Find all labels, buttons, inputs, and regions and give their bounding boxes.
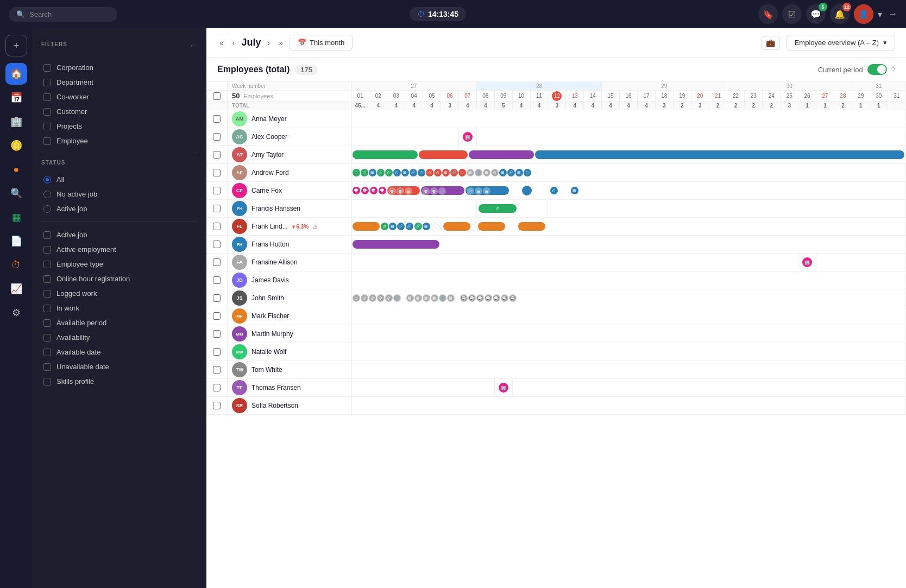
customer-checkbox[interactable] <box>43 108 51 116</box>
logged-work-checkbox[interactable] <box>43 290 51 298</box>
filter-corporation[interactable]: Corporation <box>41 60 198 75</box>
row-checkbox[interactable] <box>213 169 221 176</box>
table-icon-btn[interactable]: ▦ <box>5 206 27 228</box>
filter-customer[interactable]: Customer <box>41 104 198 119</box>
coworker-checkbox[interactable] <box>43 93 51 101</box>
calendar-topbar: « ‹ July › » 📅 This month 💼 Employee <box>206 28 906 58</box>
search-people-icon-btn[interactable]: 🔍 <box>5 182 27 204</box>
corporation-checkbox[interactable] <box>43 64 51 72</box>
row-checkbox[interactable] <box>213 348 221 356</box>
briefcase-icon-btn[interactable]: 💼 <box>761 36 780 50</box>
row-checkbox[interactable] <box>213 205 221 212</box>
employee-checkbox[interactable] <box>43 137 51 145</box>
help-icon[interactable]: ? <box>891 66 895 74</box>
employee-type-checkbox[interactable] <box>43 261 51 268</box>
avatar: MF <box>232 308 247 324</box>
add-button[interactable]: + <box>5 35 27 56</box>
row-checkbox[interactable] <box>213 402 221 409</box>
filter-employee-type[interactable]: Employee type <box>41 257 198 271</box>
filter-department[interactable]: Department <box>41 75 198 90</box>
prev-button[interactable]: ‹ <box>230 36 237 49</box>
purple-bar <box>353 240 439 249</box>
filter-available-date[interactable]: Available date <box>41 345 198 359</box>
filter-availability[interactable]: Availability <box>41 330 198 345</box>
availability-checkbox[interactable] <box>43 334 51 342</box>
chevron-down-icon[interactable]: ▾ <box>878 9 882 20</box>
filter-unavailable-date[interactable]: Unavailable date <box>41 359 198 374</box>
row-checkbox[interactable] <box>213 223 221 230</box>
view-selector[interactable]: Employee overview (A – Z) ▾ <box>787 35 895 50</box>
skills-profile-checkbox[interactable] <box>43 378 51 385</box>
row-checkbox[interactable] <box>213 384 221 391</box>
arrow-right-icon[interactable]: → <box>889 9 897 19</box>
department-checkbox[interactable] <box>43 79 51 86</box>
filter-employee[interactable]: Employee <box>41 134 198 148</box>
this-month-button[interactable]: 📅 This month <box>290 35 353 50</box>
available-date-checkbox[interactable] <box>43 349 51 356</box>
row-checkbox[interactable] <box>213 294 221 302</box>
status-all-radio[interactable] <box>43 176 51 184</box>
filter-active-job[interactable]: Active job <box>41 227 198 242</box>
status-active-job-radio[interactable] <box>43 205 51 213</box>
bookmark-button[interactable]: 🔖 <box>758 4 778 24</box>
mini-icon: 🔗 <box>406 223 413 230</box>
next-next-button[interactable]: » <box>276 36 285 49</box>
filter-coworker[interactable]: Co-worker <box>41 90 198 104</box>
filter-available-period[interactable]: Available period <box>41 315 198 330</box>
filter-in-work[interactable]: In work <box>41 301 198 315</box>
timer-icon-btn[interactable]: ⏱ <box>5 254 27 276</box>
filter-online-hour[interactable]: Online hour registration <box>41 271 198 286</box>
active-job-checkbox[interactable] <box>43 231 51 239</box>
chart-icon-btn[interactable]: 📈 <box>5 278 27 300</box>
building-icon-btn[interactable]: 🏢 <box>5 111 27 132</box>
chat-button[interactable]: 💬 5 <box>806 4 826 24</box>
row-checkbox[interactable] <box>213 151 221 159</box>
row-checkbox[interactable] <box>213 366 221 374</box>
home-icon-btn[interactable]: 🏠 <box>5 63 27 85</box>
unavailable-date-checkbox[interactable] <box>43 363 51 371</box>
calendar-icon-btn[interactable]: 📅 <box>5 87 27 109</box>
filter-projects[interactable]: Projects <box>41 119 198 134</box>
week-28: 28 <box>476 82 601 91</box>
blue-bar <box>535 150 904 159</box>
search-bar[interactable]: 🔍 Search <box>9 7 117 22</box>
filter-active-employment[interactable]: Active employment <box>41 242 198 257</box>
status-no-active-job[interactable]: No active job <box>41 187 198 201</box>
status-all[interactable]: All <box>41 172 198 187</box>
orange-icon-btn[interactable]: ● <box>5 159 27 180</box>
total-d27: 1 <box>816 102 834 110</box>
avatar: FH <box>232 237 247 252</box>
current-period-toggle[interactable] <box>867 64 887 75</box>
employee-name: Thomas Fransen <box>251 384 301 391</box>
next-button[interactable]: › <box>266 36 273 49</box>
row-checkbox[interactable] <box>213 258 221 266</box>
status-active-job[interactable]: Active job <box>41 201 198 216</box>
empty <box>351 397 905 415</box>
filter-logged-work[interactable]: Logged work <box>41 286 198 301</box>
row-checkbox[interactable] <box>213 241 221 248</box>
row-checkbox[interactable] <box>213 312 221 320</box>
projects-checkbox[interactable] <box>43 123 51 130</box>
online-hour-checkbox[interactable] <box>43 275 51 283</box>
available-period-checkbox[interactable] <box>43 319 51 327</box>
mini-icon: ▦ <box>414 294 422 302</box>
user-avatar[interactable]: 👤 <box>854 4 873 24</box>
notification-button[interactable]: 🔔 12 <box>830 4 850 24</box>
in-work-checkbox[interactable] <box>43 305 51 312</box>
prev-prev-button[interactable]: « <box>217 36 226 49</box>
row-checkbox[interactable] <box>213 187 221 194</box>
doc-icon-btn[interactable]: 📄 <box>5 230 27 252</box>
select-all-checkbox-header[interactable] <box>207 91 228 102</box>
row-checkbox[interactable] <box>213 115 221 123</box>
filter-skills-profile[interactable]: Skills profile <box>41 374 198 389</box>
row-checkbox[interactable] <box>213 276 221 284</box>
tasks-button[interactable]: ☑ <box>782 4 802 24</box>
settings-icon-btn[interactable]: ⚙ <box>5 302 27 324</box>
row-checkbox[interactable] <box>213 330 221 338</box>
row-checkbox[interactable] <box>213 133 221 141</box>
coin-icon-btn[interactable]: 🪙 <box>5 135 27 156</box>
day-28: 28 <box>834 91 852 102</box>
sidebar-collapse-button[interactable]: ← <box>189 41 198 50</box>
active-employment-checkbox[interactable] <box>43 246 51 254</box>
status-no-active-job-radio[interactable] <box>43 191 51 198</box>
